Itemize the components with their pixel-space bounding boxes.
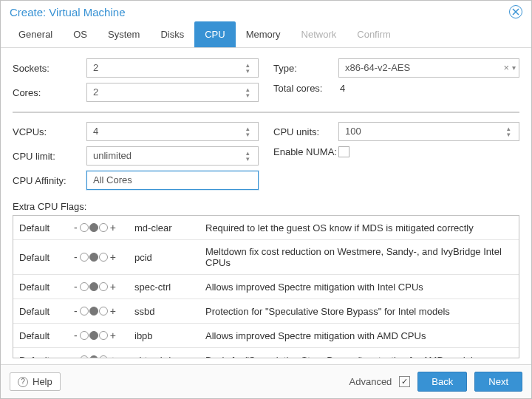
flag-desc: Meltdown fix cost reduction on Westmere,… (200, 240, 519, 275)
table-row: Default-+ibpbAllows improved Spectre mit… (13, 324, 519, 348)
flag-state: Default (13, 216, 66, 240)
flag-minus-icon[interactable]: - (72, 354, 79, 358)
extra-cpu-flags-label: Extra CPU Flags: (13, 201, 519, 212)
cpu-flags-grid: Default-+md-clearRequired to let the gue… (13, 215, 519, 358)
flag-default-circle[interactable] (89, 355, 98, 358)
flag-name: ssbd (129, 299, 200, 324)
flag-name: virt-ssbd (129, 348, 200, 358)
flag-desc: Protection for "Speculative Store Bypass… (200, 299, 519, 324)
divider (13, 112, 519, 113)
flag-minus-icon[interactable]: - (72, 305, 79, 317)
flag-state: Default (13, 275, 66, 299)
clear-type-icon[interactable]: × (503, 59, 509, 77)
wizard-tabbar: General OS System Disks CPU Memory Netwo… (1, 21, 531, 48)
sockets-spinner[interactable]: 2 ▴▾ (86, 58, 259, 78)
flag-tri-toggle[interactable]: -+ (66, 275, 129, 299)
advanced-checkbox[interactable]: ✓ (399, 376, 410, 387)
flag-minus-icon[interactable]: - (72, 251, 79, 263)
cpu-type-select[interactable]: x86-64-v2-AES × ▾ (338, 58, 519, 78)
spinner-arrows-icon: ▴▾ (246, 149, 255, 163)
tab-system[interactable]: System (98, 21, 150, 47)
footer: ? Help Advanced ✓ Back Next (1, 364, 531, 398)
flag-default-circle[interactable] (89, 282, 98, 291)
tab-memory[interactable]: Memory (236, 21, 291, 47)
flag-minus-icon[interactable]: - (72, 330, 79, 341)
total-cores-label: Total cores: (273, 83, 338, 94)
create-vm-dialog: Create: Virtual Machine General OS Syste… (0, 0, 532, 399)
flag-name: ibpb (129, 324, 200, 348)
sockets-value: 2 (93, 62, 98, 73)
flag-on-circle[interactable] (99, 223, 108, 232)
dialog-title: Create: Virtual Machine (10, 6, 125, 18)
flag-on-circle[interactable] (99, 307, 108, 316)
help-button[interactable]: ? Help (10, 372, 61, 391)
next-button[interactable]: Next (474, 372, 522, 392)
titlebar: Create: Virtual Machine (1, 1, 531, 21)
flag-on-circle[interactable] (99, 282, 108, 291)
close-icon[interactable] (509, 5, 522, 18)
tab-os[interactable]: OS (63, 21, 98, 47)
total-cores-value: 4 (338, 83, 519, 94)
flag-plus-icon[interactable]: + (109, 222, 117, 233)
cpu-units-label: CPU units: (273, 126, 338, 137)
table-row: Default-+pcidMeltdown fix cost reduction… (13, 240, 519, 275)
flag-minus-icon[interactable]: - (72, 222, 79, 233)
vcpus-value: 4 (93, 126, 98, 137)
tab-disks[interactable]: Disks (150, 21, 194, 47)
cores-spinner[interactable]: 2 ▴▾ (86, 83, 259, 102)
flag-off-circle[interactable] (80, 282, 89, 291)
flag-plus-icon[interactable]: + (109, 354, 117, 358)
type-label: Type: (273, 63, 338, 74)
flag-on-circle[interactable] (99, 355, 108, 358)
flag-on-circle[interactable] (99, 253, 108, 262)
flag-off-circle[interactable] (80, 355, 89, 358)
flag-name: pcid (129, 240, 200, 275)
flag-off-circle[interactable] (80, 223, 89, 232)
flag-name: spec-ctrl (129, 275, 200, 299)
flag-minus-icon[interactable]: - (72, 281, 79, 293)
cpu-flags-scroll[interactable]: Default-+md-clearRequired to let the gue… (13, 216, 519, 358)
flag-default-circle[interactable] (89, 331, 98, 340)
flag-name: md-clear (129, 216, 200, 240)
flag-on-circle[interactable] (99, 331, 108, 340)
flag-tri-toggle[interactable]: -+ (66, 299, 129, 324)
spinner-arrows-icon: ▴▾ (246, 124, 255, 139)
flag-plus-icon[interactable]: + (109, 281, 117, 293)
cpu-affinity-input[interactable]: All Cores (86, 171, 259, 190)
enable-numa-label: Enable NUMA: (273, 146, 338, 157)
flag-default-circle[interactable] (89, 223, 98, 232)
vcpus-label: VCPUs: (13, 126, 86, 137)
cpu-units-spinner[interactable]: 100 ▴▾ (338, 122, 519, 141)
table-row: Default-+virt-ssbdBasis for "Speculative… (13, 348, 519, 358)
table-row: Default-+ssbdProtection for "Speculative… (13, 299, 519, 324)
flag-state: Default (13, 348, 66, 358)
tab-cpu[interactable]: CPU (194, 21, 235, 47)
flag-tri-toggle[interactable]: -+ (66, 348, 129, 358)
flag-tri-toggle[interactable]: -+ (66, 216, 129, 240)
flag-plus-icon[interactable]: + (109, 305, 117, 317)
spinner-arrows-icon: ▴▾ (507, 124, 516, 139)
tab-confirm: Confirm (347, 21, 401, 47)
table-row: Default-+md-clearRequired to let the gue… (13, 216, 519, 240)
back-button[interactable]: Back (417, 372, 467, 392)
chevron-down-icon[interactable]: ▾ (512, 59, 516, 77)
flag-off-circle[interactable] (80, 253, 89, 262)
cpu-affinity-value: All Cores (93, 174, 132, 185)
spinner-arrows-icon: ▴▾ (246, 85, 255, 100)
flag-plus-icon[interactable]: + (109, 251, 117, 263)
table-row: Default-+spec-ctrlAllows improved Spectr… (13, 275, 519, 299)
flag-default-circle[interactable] (89, 253, 98, 262)
vcpus-spinner[interactable]: 4 ▴▾ (86, 122, 259, 141)
tab-general[interactable]: General (8, 21, 63, 47)
flag-tri-toggle[interactable]: -+ (66, 240, 129, 275)
flag-off-circle[interactable] (80, 331, 89, 340)
flag-default-circle[interactable] (89, 307, 98, 316)
flag-plus-icon[interactable]: + (109, 330, 117, 341)
enable-numa-checkbox[interactable] (338, 146, 349, 157)
spinner-arrows-icon: ▴▾ (246, 61, 255, 75)
cpu-limit-spinner[interactable]: unlimited ▴▾ (86, 146, 259, 166)
flag-desc: Allows improved Spectre mitigation with … (200, 324, 519, 348)
flag-tri-toggle[interactable]: -+ (66, 324, 129, 348)
flag-desc: Allows improved Spectre mitigation with … (200, 275, 519, 299)
flag-off-circle[interactable] (80, 307, 89, 316)
